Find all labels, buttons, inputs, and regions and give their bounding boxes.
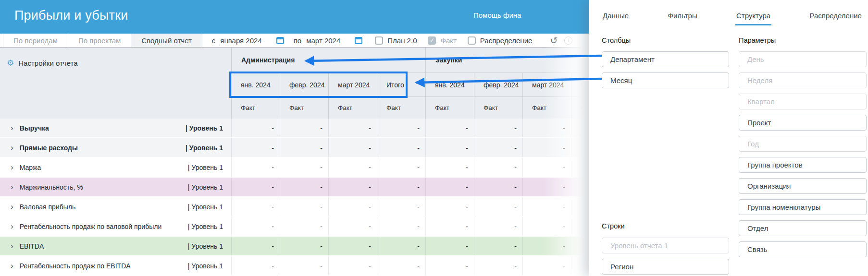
field-chip[interactable]: Квартал: [739, 94, 867, 109]
value-cell: -: [231, 178, 280, 196]
calendar-icon[interactable]: [276, 37, 284, 44]
field-chip[interactable]: Месяц: [602, 72, 729, 88]
toolbar-tab[interactable]: По проектам: [68, 34, 131, 47]
table-row: › Рентабельность продаж по валовой прибы…: [0, 217, 589, 237]
field-chip[interactable]: Регион: [602, 259, 729, 275]
value-cell: -: [474, 256, 522, 275]
date-to-value[interactable]: март 2024: [306, 36, 340, 45]
panel-tab[interactable]: Фильтры: [667, 0, 698, 25]
field-chip[interactable]: Группа номенклатуры: [739, 199, 867, 215]
report-table: ⚙ Настройки отчета Администрация Закупки: [0, 48, 589, 276]
expand-chevron-icon[interactable]: ›: [11, 242, 13, 250]
panel-tab[interactable]: Распределение: [808, 0, 863, 25]
expand-chevron-icon[interactable]: ›: [11, 203, 13, 211]
value-cell: -: [231, 256, 280, 275]
field-chip[interactable]: Неделя: [739, 72, 867, 88]
value-cell: -: [522, 158, 571, 177]
settings-panel: Данные Фильтры Структура Распределение С…: [589, 0, 868, 276]
checkbox[interactable]: ✓: [375, 36, 383, 45]
month-column-header: март 2024: [522, 73, 571, 96]
value-cell: -: [522, 197, 571, 216]
row-label-cell: › Валовая прибыль | Уровень 1: [0, 197, 231, 216]
value-cell: -: [231, 138, 280, 157]
row-label: Маржинальность, %: [20, 183, 83, 191]
toolbar-tab[interactable]: Сводный отчет: [131, 34, 202, 47]
field-chip[interactable]: Проект: [739, 115, 867, 131]
field-chip[interactable]: Организация: [739, 178, 867, 194]
row-level-badge: | Уровень 1: [188, 242, 223, 250]
value-cell: -: [377, 237, 425, 255]
date-from-prefix: с: [212, 36, 216, 45]
undo-icon[interactable]: ↺: [550, 36, 558, 45]
expand-chevron-icon[interactable]: ›: [11, 222, 13, 230]
field-chip[interactable]: Год: [739, 136, 867, 152]
checkbox-label: Факт: [440, 36, 456, 45]
toolbar-tab[interactable]: По периодам: [3, 34, 68, 47]
row-label-cell: › Маржинальность, % | Уровень 1: [0, 178, 231, 196]
date-from-field: с января 2024: [212, 34, 284, 47]
checkbox-item: ✓ Распределение: [468, 36, 533, 45]
field-chip[interactable]: Департамент: [602, 51, 729, 67]
value-cell: -: [328, 197, 377, 216]
report-settings-button[interactable]: ⚙ Настройки отчета: [7, 59, 78, 67]
value-cell: -: [571, 138, 589, 157]
row-level-badge: | Уровень 1: [186, 124, 223, 132]
expand-chevron-icon[interactable]: ›: [11, 262, 13, 270]
value-cell: -: [571, 119, 589, 137]
row-label-cell: › Рентабельность продаж по EBITDA | Уров…: [0, 256, 231, 275]
value-cell: -: [474, 197, 522, 216]
field-chip[interactable]: Уровень отчета 1: [602, 238, 729, 253]
value-cell: -: [280, 197, 328, 216]
checkbox[interactable]: ✓: [428, 36, 436, 45]
report-table-body: › Выручка | Уровень 1 - - - - - - - -: [0, 119, 589, 276]
panel-tab[interactable]: Структура: [735, 0, 771, 25]
value-cell: -: [425, 256, 474, 275]
expand-chevron-icon[interactable]: ›: [11, 144, 13, 152]
help-link[interactable]: Помощь фина: [473, 11, 521, 19]
value-cell: -: [474, 237, 522, 255]
field-chip[interactable]: Группа проектов: [739, 157, 867, 173]
value-cell: -: [280, 178, 328, 196]
row-label: Рентабельность продаж по EBITDA: [20, 262, 131, 270]
expand-chevron-icon[interactable]: ›: [11, 163, 13, 171]
row-level-badge: | Уровень 1: [188, 164, 223, 171]
rows-chip-list: Уровень отчета 1 Регион: [602, 238, 729, 275]
checkbox-item: ✓ Факт: [428, 36, 456, 45]
field-chip[interactable]: День: [739, 51, 867, 67]
date-from-value[interactable]: января 2024: [220, 36, 261, 45]
expand-chevron-icon[interactable]: ›: [11, 183, 13, 191]
expand-chevron-icon[interactable]: ›: [11, 124, 13, 132]
value-cell: -: [474, 178, 522, 196]
value-cell: -: [280, 217, 328, 236]
measure-header-row: ФактФактФактФакт ФактФактФактФакт: [231, 97, 589, 119]
column-group-header: Администрация: [231, 48, 425, 72]
date-to-field: по март 2024: [294, 34, 363, 47]
value-cell: -: [377, 138, 425, 157]
rows-section-title: Строки: [602, 222, 625, 230]
value-cell: -: [571, 237, 589, 255]
month-column-header: февр. 2024: [474, 73, 522, 96]
value-cell: -: [522, 119, 571, 137]
row-level-badge: | Уровень 1: [188, 262, 223, 270]
field-chip[interactable]: Связь: [739, 241, 867, 257]
panel-tab[interactable]: Данные: [602, 0, 630, 25]
calendar-icon[interactable]: [355, 37, 362, 44]
value-cell: -: [328, 237, 377, 255]
row-level-badge: | Уровень 1: [188, 183, 223, 191]
report-table-header: ⚙ Настройки отчета Администрация Закупки: [0, 48, 589, 119]
info-icon[interactable]: i: [564, 36, 572, 45]
value-cell: -: [571, 178, 589, 196]
value-cell: -: [522, 237, 571, 255]
value-cell: -: [425, 197, 474, 216]
month-column-header: февр. 2024: [280, 73, 328, 96]
field-chip[interactable]: Отдел: [739, 220, 867, 236]
month-column-header: март 2024: [328, 73, 377, 96]
measure-header: Факт: [522, 97, 571, 119]
value-cell: -: [328, 178, 377, 196]
row-label-cell: › EBITDA | Уровень 1: [0, 237, 231, 255]
table-row: › Рентабельность продаж по EBITDA | Уров…: [0, 256, 589, 276]
checkbox[interactable]: ✓: [468, 36, 476, 45]
value-cell: -: [474, 138, 522, 157]
checkbox-label: Распределение: [480, 36, 533, 45]
value-cell: -: [280, 138, 328, 157]
